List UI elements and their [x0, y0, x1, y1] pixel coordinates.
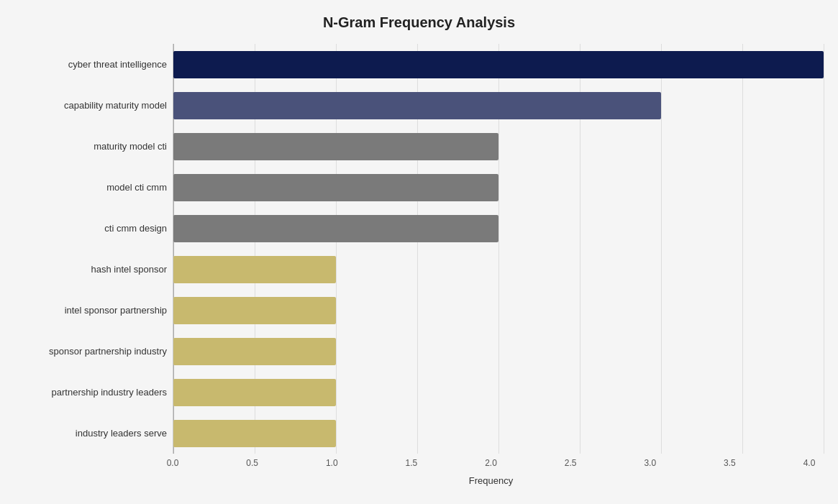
x-tick: 2.5 [559, 458, 582, 468]
y-label: hash intel sponsor [14, 249, 167, 290]
bar [173, 297, 336, 324]
x-tick: 3.5 [718, 458, 741, 468]
bar [173, 256, 336, 283]
x-tick: 4.0 [798, 458, 821, 468]
bar-row [173, 331, 824, 372]
grid-and-bars: cyber threat intelligencecapability matu… [14, 44, 824, 454]
bar [173, 133, 498, 160]
bar-row [173, 44, 824, 85]
bar [173, 420, 336, 447]
bar-row [173, 372, 824, 413]
bar [173, 92, 661, 119]
grid-line [824, 44, 824, 454]
x-tick: 0.5 [241, 458, 264, 468]
bar-row [173, 413, 824, 454]
bar-row [173, 126, 824, 167]
y-label: cyber threat intelligence [14, 44, 167, 85]
x-axis: 0.00.51.01.52.02.53.03.54.0 Frequency [173, 458, 824, 486]
x-tick: 3.0 [639, 458, 662, 468]
x-tick: 1.0 [320, 458, 343, 468]
y-label: capability maturity model [14, 85, 167, 126]
y-label: maturity model cti [14, 126, 167, 167]
bar [173, 174, 498, 201]
y-label: cti cmm design [14, 208, 167, 249]
bar [173, 51, 824, 78]
bar-row [173, 208, 824, 249]
y-label: sponsor partnership industry [14, 331, 167, 372]
bar [173, 379, 336, 406]
x-tick: 2.0 [480, 458, 503, 468]
chart-container: N-Gram Frequency Analysis cyber threat i… [0, 0, 838, 504]
chart-area: cyber threat intelligencecapability matu… [14, 44, 824, 440]
chart-title: N-Gram Frequency Analysis [14, 14, 824, 31]
bar [173, 338, 336, 365]
y-labels: cyber threat intelligencecapability matu… [14, 44, 173, 454]
bar-row [173, 290, 824, 331]
x-tick: 0.0 [161, 458, 184, 468]
bar [173, 215, 498, 242]
x-axis-label: Frequency [173, 475, 809, 486]
x-tick: 1.5 [400, 458, 423, 468]
y-label: intel sponsor partnership [14, 290, 167, 331]
bar-row [173, 85, 824, 126]
y-label: industry leaders serve [14, 413, 167, 454]
y-label: partnership industry leaders [14, 372, 167, 413]
y-label: model cti cmm [14, 167, 167, 208]
bars-section [173, 44, 824, 454]
bar-row [173, 249, 824, 290]
bar-row [173, 167, 824, 208]
